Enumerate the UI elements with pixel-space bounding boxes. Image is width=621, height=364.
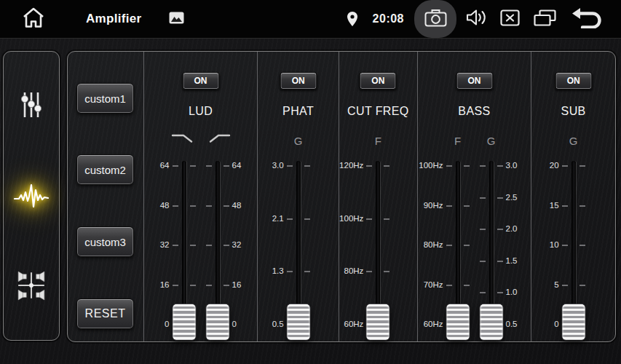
tick-mark (480, 165, 486, 167)
tick-mark (480, 197, 486, 199)
scale-label: 100Hz (339, 214, 363, 223)
back-button[interactable] (570, 7, 604, 31)
slider-thumb[interactable] (446, 304, 469, 340)
scale-label: 2.5 (506, 193, 518, 202)
bass-sliders: F100Hz90Hz80Hz70Hz60HzG3.02.52.01.51.00.… (418, 159, 531, 337)
wallpaper-button[interactable] (169, 12, 184, 27)
equalizer-sliders-icon (16, 90, 47, 122)
tick-mark (190, 245, 196, 246)
phat-on-button[interactable]: ON (280, 72, 317, 90)
channel-title-phat: PHAT (258, 105, 339, 118)
tick-mark (173, 205, 178, 207)
tick-mark (190, 165, 196, 167)
slider-thumb[interactable] (206, 304, 229, 340)
close-app-button[interactable] (500, 9, 520, 29)
cut-freq-on-button[interactable]: ON (360, 72, 397, 90)
preset-custom3-button[interactable]: custom3 (76, 226, 134, 257)
scale-label: 80Hz (424, 240, 443, 249)
bass-on-button[interactable]: ON (456, 72, 493, 90)
volume-button[interactable] (465, 8, 487, 30)
tick-mark (224, 205, 229, 207)
close-box-icon (500, 9, 520, 29)
tick-mark (497, 165, 503, 167)
camera-icon (424, 9, 447, 30)
tick-mark (224, 165, 229, 167)
channel-lud: ONLUD644832160644832160 (143, 52, 258, 341)
scale-label: 2.0 (506, 224, 518, 233)
sidebar-item-sound-effects[interactable] (11, 177, 52, 215)
location-pin-icon (347, 11, 358, 27)
band-label-f: F (356, 135, 400, 147)
scale-label: 100Hz (419, 161, 443, 170)
sub-slider-g: G20151050 (571, 159, 576, 337)
scale-label: 70Hz (424, 280, 443, 289)
camera-button[interactable] (414, 0, 456, 38)
recent-apps-button[interactable] (533, 9, 557, 30)
tick-mark (446, 245, 452, 246)
scale-label: 16 (160, 280, 170, 289)
channel-title-bass: BASS (418, 105, 531, 118)
tick-mark (480, 292, 486, 293)
tick-mark (206, 205, 212, 207)
scale-label: 1.5 (506, 256, 518, 265)
tick-mark (497, 197, 503, 199)
reset-button[interactable]: RESET (76, 298, 134, 329)
band-label-g: G (277, 135, 320, 147)
tick-mark (497, 261, 503, 262)
tick-mark (464, 205, 470, 207)
tick-mark (497, 229, 503, 230)
scale-label: 0.5 (272, 320, 284, 328)
tick-mark (384, 165, 389, 167)
slider-thumb[interactable] (562, 304, 585, 340)
channel-title-lud: LUD (144, 105, 258, 118)
preset-custom1-button[interactable]: custom1 (76, 83, 134, 114)
channel-title-cut-freq: CUT FREQ (339, 105, 417, 118)
slider-thumb[interactable] (367, 304, 389, 340)
channel-title-sub: SUB (531, 105, 615, 118)
tick-mark (206, 285, 212, 286)
scale-label: 3.0 (272, 161, 284, 170)
preset-custom2-button[interactable]: custom2 (76, 154, 134, 185)
home-icon (20, 7, 47, 31)
scale-label: 48 (232, 201, 242, 210)
scale-label: 16 (232, 280, 242, 289)
sub-on-button[interactable]: ON (555, 72, 592, 90)
home-button[interactable] (19, 7, 48, 31)
scale-label: 10 (550, 240, 559, 249)
tick-mark (446, 285, 452, 286)
tick-mark (287, 271, 293, 272)
scale-label: 0.5 (506, 320, 518, 328)
slider-thumb[interactable] (173, 304, 195, 340)
band-label-g: G (470, 135, 513, 147)
sidebar-item-fader-balance[interactable] (13, 267, 50, 306)
scale-label: 64 (232, 161, 242, 170)
tick-mark (480, 229, 486, 230)
tick-mark (304, 271, 310, 272)
scale-label: 1.3 (272, 266, 284, 275)
tick-mark (562, 245, 568, 246)
sidebar-item-equalizer[interactable] (13, 87, 50, 125)
tick-mark (384, 218, 389, 220)
scale-label: 0 (554, 320, 558, 328)
scale-label: 48 (160, 201, 170, 210)
tick-mark (366, 218, 372, 220)
tick-mark (480, 261, 486, 262)
fader-speakers-icon (16, 270, 47, 303)
slider-thumb[interactable] (480, 304, 502, 340)
scale-label: 32 (232, 240, 242, 249)
tick-mark (304, 165, 310, 167)
scale-label: 32 (160, 240, 170, 249)
slider-thumb[interactable] (287, 304, 309, 340)
scale-label: 120Hz (339, 161, 363, 170)
scale-label: 15 (550, 201, 559, 210)
scale-label: 64 (160, 161, 170, 170)
scale-label: 1.0 (506, 288, 518, 296)
cut-freq-sliders: F120Hz100Hz80Hz60Hz (339, 159, 417, 337)
scale-label: 0 (165, 320, 169, 328)
sidebar (3, 51, 60, 341)
lud-on-button[interactable]: ON (182, 72, 219, 90)
tick-mark (224, 285, 229, 286)
lud-sliders: 644832160644832160 (144, 159, 258, 337)
scale-label: 20 (550, 161, 559, 170)
tick-mark (304, 218, 310, 220)
